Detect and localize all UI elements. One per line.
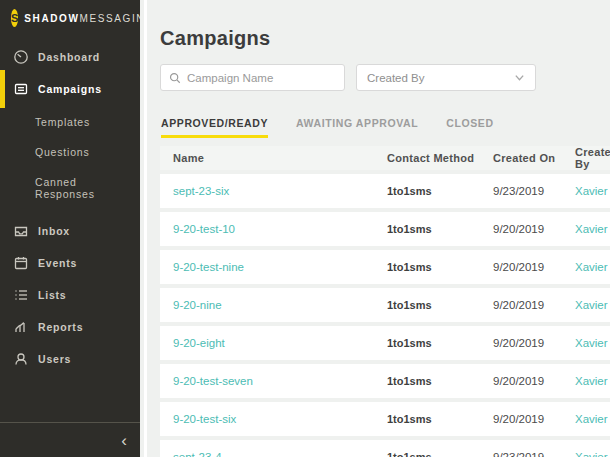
sidebar-item-reports[interactable]: Reports xyxy=(0,311,140,343)
sidebar-nav: Dashboard Campaigns Templates Questions … xyxy=(0,41,140,375)
campaigns-subgroup: Templates Questions Canned Responses xyxy=(0,107,140,209)
created-by-link[interactable]: Xavier M xyxy=(575,185,610,197)
table-row: 9-20-test-seven 1to1sms 9/20/2019 Xavier xyxy=(160,364,610,398)
table-row: 9-20-test-nine 1to1sms 9/20/2019 Xavier xyxy=(160,250,610,284)
campaigns-icon xyxy=(13,81,29,97)
created-on-cell: 9/23/2019 xyxy=(493,451,575,457)
search-icon xyxy=(169,72,181,84)
tab-awaiting-approval[interactable]: AWAITING APPROVAL xyxy=(296,117,418,138)
column-header-created-by: Created By xyxy=(575,146,610,170)
created-on-cell: 9/20/2019 xyxy=(493,299,575,311)
status-tabs: APPROVED/READY AWAITING APPROVAL CLOSED xyxy=(161,117,610,138)
campaign-link[interactable]: 9-20-eight xyxy=(160,337,387,349)
tab-approved-ready[interactable]: APPROVED/READY xyxy=(161,117,268,138)
sidebar-item-label: Dashboard xyxy=(38,51,100,63)
created-by-link[interactable]: Xavier xyxy=(575,223,610,235)
campaign-link[interactable]: sept-23-4 xyxy=(160,451,387,457)
table-row: sept-23-4 1to1sms 9/23/2019 Xavier M xyxy=(160,440,610,457)
sidebar-item-lists[interactable]: Lists xyxy=(0,279,140,311)
created-by-select[interactable]: Created By xyxy=(356,64,536,91)
created-on-cell: 9/20/2019 xyxy=(493,337,575,349)
tab-closed[interactable]: CLOSED xyxy=(446,117,493,138)
column-header-name: Name xyxy=(160,152,387,164)
contact-method-cell: 1to1sms xyxy=(387,413,493,425)
sidebar-item-label: Users xyxy=(38,353,71,365)
created-by-link[interactable]: Xavier xyxy=(575,261,610,273)
table-row: sept-23-six 1to1sms 9/23/2019 Xavier M xyxy=(160,174,610,208)
campaign-link[interactable]: 9-20-test-nine xyxy=(160,261,387,273)
campaign-link[interactable]: 9-20-test-seven xyxy=(160,375,387,387)
created-by-link[interactable]: Xavier xyxy=(575,299,610,311)
sidebar-item-label: Reports xyxy=(38,321,83,333)
created-by-link[interactable]: Xavier M xyxy=(575,451,610,457)
created-on-cell: 9/20/2019 xyxy=(493,413,575,425)
sidebar-item-templates[interactable]: Templates xyxy=(0,107,140,137)
campaign-link[interactable]: 9-20-test-six xyxy=(160,413,387,425)
sidebar-item-label: Events xyxy=(38,257,77,269)
table-row: 9-20-test-10 1to1sms 9/20/2019 Xavier xyxy=(160,212,610,246)
events-icon xyxy=(13,255,29,271)
table-row: 9-20-eight 1to1sms 9/20/2019 Xavier xyxy=(160,326,610,360)
table-row: 9-20-test-six 1to1sms 9/20/2019 Xavier xyxy=(160,402,610,436)
inbox-icon xyxy=(13,223,29,239)
reports-icon xyxy=(13,319,29,335)
contact-method-cell: 1to1sms xyxy=(387,375,493,387)
panel-divider xyxy=(144,0,147,457)
sidebar-item-campaigns[interactable]: Campaigns xyxy=(0,73,140,105)
page-title: Campaigns xyxy=(160,26,610,50)
sidebar-item-label: Inbox xyxy=(38,225,70,237)
contact-method-cell: 1to1sms xyxy=(387,223,493,235)
contact-method-cell: 1to1sms xyxy=(387,261,493,273)
created-by-link[interactable]: Xavier xyxy=(575,413,610,425)
brand-name-bold: SHADOW xyxy=(24,13,79,24)
contact-method-cell: 1to1sms xyxy=(387,337,493,349)
sidebar-footer: ‹ xyxy=(0,422,140,457)
campaign-link[interactable]: sept-23-six xyxy=(160,185,387,197)
created-on-cell: 9/20/2019 xyxy=(493,261,575,273)
sidebar-item-label: Lists xyxy=(38,289,67,301)
campaign-name-input[interactable] xyxy=(187,72,341,84)
created-by-link[interactable]: Xavier xyxy=(575,375,610,387)
column-header-contact-method: Contact Method xyxy=(387,152,493,164)
brand-logo-icon: S xyxy=(11,9,18,27)
brand-logo[interactable]: S SHADOWMESSAGING xyxy=(0,0,140,27)
contact-method-cell: 1to1sms xyxy=(387,299,493,311)
dashboard-icon xyxy=(13,49,29,65)
campaign-link[interactable]: 9-20-test-10 xyxy=(160,223,387,235)
contact-method-cell: 1to1sms xyxy=(387,185,493,197)
app-window: S SHADOWMESSAGING Dashboard Campaigns Te… xyxy=(0,0,610,457)
created-on-cell: 9/20/2019 xyxy=(493,375,575,387)
lists-icon xyxy=(13,287,29,303)
table-header-row: Name Contact Method Created On Created B… xyxy=(160,146,610,170)
created-on-cell: 9/20/2019 xyxy=(493,223,575,235)
table-row: 9-20-nine 1to1sms 9/20/2019 Xavier xyxy=(160,288,610,322)
column-header-created-on: Created On xyxy=(493,152,575,164)
created-on-cell: 9/23/2019 xyxy=(493,185,575,197)
users-icon xyxy=(13,351,29,367)
chevron-down-icon xyxy=(514,72,525,83)
brand-name-light: MESSAGING xyxy=(80,13,141,24)
campaign-link[interactable]: 9-20-nine xyxy=(160,299,387,311)
sidebar-item-questions[interactable]: Questions xyxy=(0,137,140,167)
brand-name: SHADOWMESSAGING xyxy=(24,13,140,24)
sidebar: S SHADOWMESSAGING Dashboard Campaigns Te… xyxy=(0,0,140,457)
sidebar-item-dashboard[interactable]: Dashboard xyxy=(0,41,140,73)
sidebar-item-inbox[interactable]: Inbox xyxy=(0,215,140,247)
campaigns-table: Name Contact Method Created On Created B… xyxy=(160,146,610,457)
main-content: Campaigns Created By APPROVED/READY AWAI… xyxy=(140,0,610,457)
contact-method-cell: 1to1sms xyxy=(387,451,493,457)
created-by-link[interactable]: Xavier xyxy=(575,337,610,349)
campaign-search-box[interactable] xyxy=(160,64,345,91)
sidebar-item-canned-responses[interactable]: Canned Responses xyxy=(0,167,140,209)
sidebar-item-users[interactable]: Users xyxy=(0,343,140,375)
sidebar-item-events[interactable]: Events xyxy=(0,247,140,279)
sidebar-item-label: Campaigns xyxy=(38,83,102,95)
collapse-sidebar-icon[interactable]: ‹ xyxy=(121,432,127,449)
filter-bar: Created By xyxy=(160,64,610,91)
created-by-select-value: Created By xyxy=(367,72,425,84)
